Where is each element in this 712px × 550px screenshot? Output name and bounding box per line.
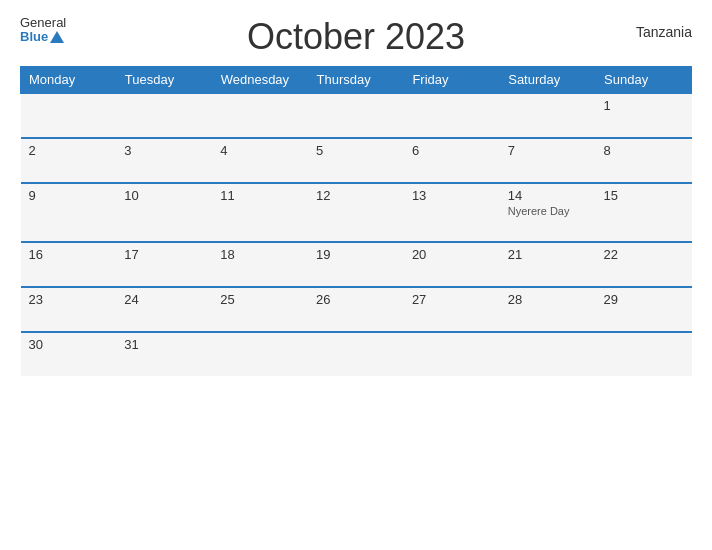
day-number-13: 13	[412, 188, 492, 203]
day-cell-2-1: 10	[116, 183, 212, 242]
day-cell-4-6: 29	[596, 287, 692, 332]
day-cell-3-3: 19	[308, 242, 404, 287]
logo-general-text: General	[20, 16, 66, 30]
weekday-header-row: Monday Tuesday Wednesday Thursday Friday…	[21, 67, 692, 94]
day-number-20: 20	[412, 247, 492, 262]
day-number-24: 24	[124, 292, 204, 307]
day-number-12: 12	[316, 188, 396, 203]
country-label: Tanzania	[636, 24, 692, 40]
day-number-2: 2	[29, 143, 109, 158]
day-cell-0-4	[404, 93, 500, 138]
day-cell-1-4: 6	[404, 138, 500, 183]
day-cell-5-6	[596, 332, 692, 376]
day-cell-5-4	[404, 332, 500, 376]
day-cell-1-0: 2	[21, 138, 117, 183]
day-cell-2-5: 14Nyerere Day	[500, 183, 596, 242]
day-cell-4-4: 27	[404, 287, 500, 332]
day-cell-3-2: 18	[212, 242, 308, 287]
day-cell-4-0: 23	[21, 287, 117, 332]
day-number-14: 14	[508, 188, 588, 203]
day-cell-4-3: 26	[308, 287, 404, 332]
day-number-19: 19	[316, 247, 396, 262]
day-number-28: 28	[508, 292, 588, 307]
day-cell-0-5	[500, 93, 596, 138]
header-friday: Friday	[404, 67, 500, 94]
day-number-7: 7	[508, 143, 588, 158]
header-thursday: Thursday	[308, 67, 404, 94]
day-number-5: 5	[316, 143, 396, 158]
day-number-8: 8	[604, 143, 684, 158]
day-number-6: 6	[412, 143, 492, 158]
day-number-10: 10	[124, 188, 204, 203]
day-cell-0-0	[21, 93, 117, 138]
day-cell-3-6: 22	[596, 242, 692, 287]
day-number-22: 22	[604, 247, 684, 262]
day-number-4: 4	[220, 143, 300, 158]
day-cell-0-1	[116, 93, 212, 138]
header-sunday: Sunday	[596, 67, 692, 94]
day-cell-3-1: 17	[116, 242, 212, 287]
week-row-4: 23242526272829	[21, 287, 692, 332]
day-number-27: 27	[412, 292, 492, 307]
day-cell-5-1: 31	[116, 332, 212, 376]
day-cell-4-1: 24	[116, 287, 212, 332]
day-number-30: 30	[29, 337, 109, 352]
day-cell-5-2	[212, 332, 308, 376]
logo-blue-text: Blue	[20, 30, 48, 44]
calendar-table: Monday Tuesday Wednesday Thursday Friday…	[20, 66, 692, 376]
calendar-header: General Blue October 2023 Tanzania	[20, 16, 692, 58]
day-number-21: 21	[508, 247, 588, 262]
calendar-title: October 2023	[247, 16, 465, 58]
day-cell-3-0: 16	[21, 242, 117, 287]
day-cell-1-2: 4	[212, 138, 308, 183]
header-saturday: Saturday	[500, 67, 596, 94]
day-number-26: 26	[316, 292, 396, 307]
day-number-15: 15	[604, 188, 684, 203]
week-row-0: 1	[21, 93, 692, 138]
week-row-3: 16171819202122	[21, 242, 692, 287]
day-cell-5-5	[500, 332, 596, 376]
header-monday: Monday	[21, 67, 117, 94]
day-cell-3-4: 20	[404, 242, 500, 287]
logo: General Blue	[20, 16, 66, 45]
week-row-2: 91011121314Nyerere Day15	[21, 183, 692, 242]
day-cell-1-3: 5	[308, 138, 404, 183]
week-row-1: 2345678	[21, 138, 692, 183]
logo-triangle-icon	[50, 31, 64, 43]
holiday-label-14: Nyerere Day	[508, 205, 588, 217]
day-number-1: 1	[604, 98, 684, 113]
day-cell-4-2: 25	[212, 287, 308, 332]
day-cell-2-6: 15	[596, 183, 692, 242]
header-wednesday: Wednesday	[212, 67, 308, 94]
day-cell-1-5: 7	[500, 138, 596, 183]
day-cell-2-2: 11	[212, 183, 308, 242]
day-number-18: 18	[220, 247, 300, 262]
day-cell-1-1: 3	[116, 138, 212, 183]
day-number-29: 29	[604, 292, 684, 307]
day-cell-2-3: 12	[308, 183, 404, 242]
day-cell-5-3	[308, 332, 404, 376]
calendar-wrapper: General Blue October 2023 Tanzania Monda…	[0, 0, 712, 550]
day-number-17: 17	[124, 247, 204, 262]
day-cell-0-3	[308, 93, 404, 138]
day-number-9: 9	[29, 188, 109, 203]
day-cell-2-4: 13	[404, 183, 500, 242]
day-cell-2-0: 9	[21, 183, 117, 242]
day-cell-1-6: 8	[596, 138, 692, 183]
day-number-3: 3	[124, 143, 204, 158]
day-number-23: 23	[29, 292, 109, 307]
day-number-25: 25	[220, 292, 300, 307]
day-cell-4-5: 28	[500, 287, 596, 332]
day-number-31: 31	[124, 337, 204, 352]
day-cell-0-2	[212, 93, 308, 138]
day-cell-5-0: 30	[21, 332, 117, 376]
header-tuesday: Tuesday	[116, 67, 212, 94]
day-cell-3-5: 21	[500, 242, 596, 287]
day-number-16: 16	[29, 247, 109, 262]
day-number-11: 11	[220, 188, 300, 203]
day-cell-0-6: 1	[596, 93, 692, 138]
week-row-5: 3031	[21, 332, 692, 376]
